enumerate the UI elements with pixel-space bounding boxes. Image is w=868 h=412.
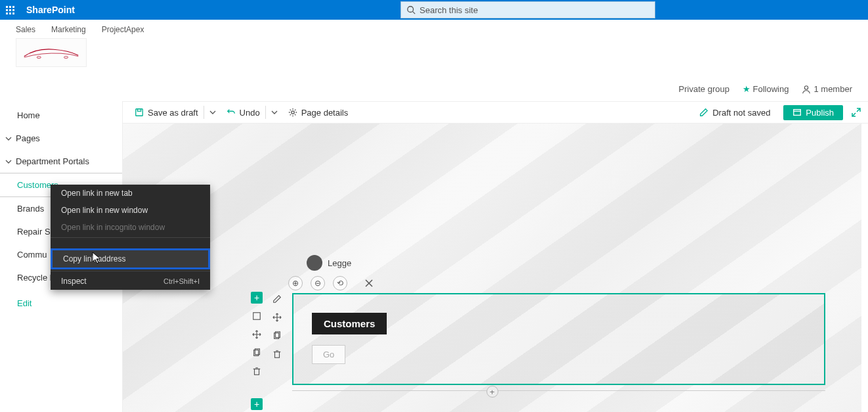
hub-nav-item[interactable]: Sales <box>16 25 35 34</box>
chevron-down-icon <box>5 135 12 142</box>
pencil-icon <box>272 294 282 304</box>
hub-nav-item[interactable]: Marketing <box>51 25 86 34</box>
search-placeholder: Search this site <box>420 5 478 15</box>
zoom-out-button[interactable]: ⊖ <box>311 276 325 290</box>
site-info: Private group ★ Following 1 member <box>679 84 852 94</box>
draft-status: Draft not saved <box>694 108 775 118</box>
save-as-draft-button[interactable]: Save as draft <box>129 108 204 118</box>
duplicate-section-button[interactable] <box>251 347 263 359</box>
pencil-icon <box>699 108 708 117</box>
svg-rect-15 <box>255 369 259 375</box>
ctx-copy-link-address[interactable]: Copy link address <box>51 248 210 269</box>
save-icon <box>135 108 144 117</box>
trash-icon <box>252 367 261 376</box>
brand-label[interactable]: SharePoint <box>26 5 75 15</box>
trash-icon <box>272 350 282 359</box>
chevron-down-icon <box>209 109 216 116</box>
edit-webpart-button[interactable] <box>271 293 283 305</box>
hub-nav: Sales Marketing ProjectApex <box>0 20 868 37</box>
svg-point-3 <box>64 56 68 58</box>
copy-icon <box>252 348 261 357</box>
car-logo-icon <box>22 45 81 61</box>
hub-nav-item[interactable]: ProjectApex <box>102 25 144 34</box>
expand-icon[interactable] <box>851 107 861 118</box>
svg-rect-5 <box>136 109 143 116</box>
gear-icon <box>288 108 297 117</box>
svg-point-7 <box>292 111 294 114</box>
chevron-down-icon <box>5 158 12 165</box>
add-section-button[interactable]: + <box>251 292 263 304</box>
svg-rect-12 <box>253 313 261 320</box>
context-menu: Open link in new tab Open link in new wi… <box>51 185 210 290</box>
delete-webpart-button[interactable] <box>271 348 283 360</box>
undo-icon <box>227 108 236 117</box>
page-canvas: Legge ⊕ ⊖ ⟲ + Customers <box>123 124 861 412</box>
svg-rect-6 <box>137 109 141 112</box>
save-dropdown[interactable] <box>204 109 221 116</box>
section-toolbar: + <box>251 292 263 377</box>
search-icon <box>406 5 416 14</box>
edit-section-button[interactable] <box>251 310 263 322</box>
section-divider <box>292 390 825 391</box>
svg-line-1 <box>413 12 416 14</box>
publish-button[interactable]: Publish <box>783 105 843 120</box>
nav-edit-link[interactable]: Edit <box>0 289 122 317</box>
suite-header: SharePoint Search this site <box>0 0 868 20</box>
close-button[interactable] <box>363 277 375 289</box>
command-bar: Save as draft Undo Page details Draft no… <box>123 101 868 124</box>
nav-home[interactable]: Home <box>0 104 122 127</box>
svg-rect-20 <box>275 352 280 358</box>
nav-pages[interactable]: Pages <box>0 127 122 150</box>
reset-button[interactable]: ⟲ <box>333 276 347 290</box>
hero-webpart[interactable]: Customers Go <box>292 293 825 385</box>
close-icon <box>364 279 374 288</box>
copy-icon <box>272 331 282 340</box>
webpart-top-toolbar: ⊕ ⊖ ⟲ <box>288 276 375 290</box>
person-icon <box>802 85 811 94</box>
move-icon <box>252 330 261 339</box>
move-webpart-button[interactable] <box>271 311 283 323</box>
chevron-down-icon <box>271 109 278 116</box>
author-name: Legge <box>328 258 351 268</box>
webpart-title: Customers <box>312 313 387 334</box>
author-badge[interactable]: Legge <box>307 255 351 271</box>
duplicate-webpart-button[interactable] <box>271 330 283 342</box>
ctx-separator <box>51 271 210 271</box>
ctx-open-new-tab[interactable]: Open link in new tab <box>51 185 210 202</box>
svg-point-4 <box>805 85 808 89</box>
privacy-label: Private group <box>679 84 729 94</box>
star-icon: ★ <box>743 84 750 94</box>
zoom-in-button[interactable]: ⊕ <box>288 276 303 290</box>
ctx-separator <box>51 237 210 238</box>
add-section-bottom-button[interactable]: + <box>251 398 263 410</box>
go-button[interactable]: Go <box>312 345 345 364</box>
publish-icon <box>792 108 802 117</box>
search-container: Search this site <box>401 1 655 18</box>
undo-button[interactable]: Undo <box>221 108 265 118</box>
ctx-open-new-window[interactable]: Open link in new window <box>51 202 210 219</box>
search-input[interactable]: Search this site <box>401 1 655 18</box>
app-launcher[interactable] <box>0 0 20 20</box>
move-icon <box>272 313 282 322</box>
webpart-toolbar <box>271 293 283 360</box>
avatar <box>307 255 322 271</box>
ctx-shortcut: Ctrl+Shift+I <box>163 277 200 285</box>
undo-dropdown[interactable] <box>266 109 283 116</box>
edit-icon <box>252 311 261 321</box>
move-section-button[interactable] <box>251 329 263 340</box>
page-details-button[interactable]: Page details <box>283 108 354 118</box>
site-logo[interactable] <box>16 38 87 67</box>
following-toggle[interactable]: ★ Following <box>743 84 789 94</box>
delete-section-button[interactable] <box>251 365 263 377</box>
nav-department-portals[interactable]: Department Portals <box>0 150 122 173</box>
ctx-open-incognito: Open link in incognito window <box>51 219 210 236</box>
svg-point-2 <box>37 56 41 58</box>
svg-rect-8 <box>794 110 801 116</box>
svg-point-0 <box>408 7 414 12</box>
members-button[interactable]: 1 member <box>802 84 852 94</box>
add-webpart-button[interactable]: + <box>487 386 498 398</box>
ctx-inspect[interactable]: InspectCtrl+Shift+I <box>51 273 210 290</box>
